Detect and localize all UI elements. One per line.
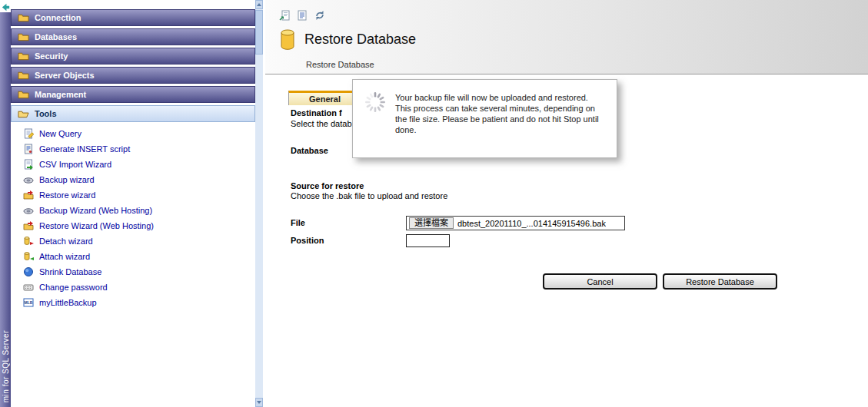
sidebar-scrollbar[interactable]	[255, 0, 263, 407]
selected-file-name: dbtest_20201110_...014145915496.bak	[457, 219, 606, 228]
position-input[interactable]	[406, 234, 450, 247]
section-label: Tools	[35, 109, 57, 118]
folder-icon	[18, 71, 29, 80]
item-label: Backup wizard	[39, 175, 95, 184]
section-label: Security	[35, 51, 68, 61]
tools-item-csv-import-wizard[interactable]: CSV Import Wizard	[11, 157, 255, 172]
scroll-up-arrow-icon[interactable]	[255, 0, 263, 9]
sidebar-section-management[interactable]: Management	[11, 86, 255, 103]
section-label: Management	[35, 90, 86, 99]
page-toolbar	[278, 9, 326, 22]
app-vertical-strip: min for SQL Server	[0, 12, 11, 407]
restore-wizard-icon	[23, 190, 34, 200]
tools-item-restore-wizard-web-hosting[interactable]: Restore Wizard (Web Hosting)	[11, 218, 255, 233]
open-folder-icon	[18, 109, 29, 118]
dialog-message: Your backup file will now be uploaded an…	[395, 92, 604, 135]
change-password-icon	[23, 282, 34, 293]
backup-wizard-icon	[23, 174, 34, 185]
loading-spinner-icon	[364, 91, 387, 114]
tools-item-change-password[interactable]: Change password	[11, 280, 255, 295]
choose-file-button[interactable]: 選擇檔案	[409, 217, 454, 229]
section-label: Server Objects	[35, 71, 95, 80]
export-page-icon[interactable]	[278, 9, 291, 22]
refresh-icon[interactable]	[314, 9, 326, 22]
item-label: myLittleBackup	[39, 298, 97, 307]
database-label: Database	[291, 146, 328, 155]
tools-item-detach-wizard[interactable]: Detach wizard	[11, 233, 255, 249]
insert-script-icon	[23, 144, 34, 154]
upload-progress-dialog: Your backup file will now be uploaded an…	[352, 79, 617, 158]
item-label: Generate INSERT script	[39, 144, 130, 154]
section-label: Databases	[35, 32, 77, 41]
scrollbar-thumb[interactable]	[255, 10, 263, 55]
position-label: Position	[291, 236, 324, 245]
cancel-button[interactable]: Cancel	[543, 273, 657, 290]
sidebar: Connection Databases Security Server Obj…	[11, 0, 255, 407]
item-label: CSV Import Wizard	[39, 160, 111, 169]
mlb-badge-text: MLB	[25, 300, 33, 305]
tools-item-attach-wizard[interactable]: Attach wizard	[11, 249, 255, 264]
tools-item-backup-wizard-web-hosting[interactable]: Backup Wizard (Web Hosting)	[11, 203, 255, 218]
restore-form: General Destination f Select the datab D…	[265, 74, 868, 407]
script-page-icon[interactable]	[296, 9, 308, 22]
new-query-icon	[23, 128, 34, 139]
destination-subtext: Select the datab	[291, 119, 352, 128]
tools-item-backup-wizard[interactable]: Backup wizard	[11, 172, 255, 187]
folder-icon	[18, 13, 29, 22]
restore-database-button[interactable]: Restore Database	[663, 273, 777, 290]
folder-icon	[18, 90, 29, 99]
item-label: New Query	[39, 129, 81, 138]
csv-import-icon	[23, 159, 34, 170]
file-upload-input[interactable]: 選擇檔案 dbtest_20201110_...014145915496.bak	[406, 216, 625, 230]
item-label: Attach wizard	[39, 252, 90, 261]
page-header: Restore Database Restore Database	[265, 0, 868, 74]
folder-icon	[18, 32, 29, 41]
shrink-database-icon	[23, 266, 34, 277]
detach-wizard-icon	[23, 236, 34, 247]
attach-wizard-icon	[23, 251, 34, 262]
destination-heading: Destination f	[291, 108, 342, 117]
sidebar-section-databases[interactable]: Databases	[11, 28, 255, 45]
tools-item-list: New Query Generate INSERT script CSV Imp…	[11, 124, 255, 310]
source-subtext: Choose the .bak file to upload and resto…	[291, 191, 447, 200]
scroll-down-arrow-icon[interactable]	[255, 398, 263, 407]
tools-item-mylittlebackup[interactable]: MLB myLittleBackup	[11, 295, 255, 310]
collapse-sidebar-arrow-icon[interactable]	[1, 2, 11, 12]
tools-item-new-query[interactable]: New Query	[11, 126, 255, 141]
sidebar-section-connection[interactable]: Connection	[11, 9, 255, 26]
item-label: Change password	[39, 283, 108, 292]
sidebar-section-server-objects[interactable]: Server Objects	[11, 67, 255, 84]
database-icon	[280, 29, 295, 50]
vertical-app-label: min for SQL Server	[2, 330, 10, 402]
page-subtitle: Restore Database	[306, 60, 374, 69]
item-label: Shrink Database	[39, 267, 101, 276]
item-label: Restore wizard	[39, 190, 95, 200]
tab-general[interactable]: General	[288, 91, 361, 105]
sidebar-section-security[interactable]: Security	[11, 48, 255, 65]
tools-item-restore-wizard[interactable]: Restore wizard	[11, 187, 255, 203]
main-panel: Restore Database Restore Database Genera…	[265, 0, 868, 407]
file-label: File	[291, 218, 305, 227]
page-title: Restore Database	[304, 31, 416, 48]
item-label: Restore Wizard (Web Hosting)	[39, 221, 154, 230]
backup-web-icon	[23, 205, 34, 216]
restore-web-icon	[23, 220, 34, 231]
sidebar-section-tools[interactable]: Tools	[11, 105, 255, 122]
tools-item-generate-insert-script[interactable]: Generate INSERT script	[11, 141, 255, 157]
mylittlebackup-icon: MLB	[23, 297, 34, 308]
tools-item-shrink-database[interactable]: Shrink Database	[11, 264, 255, 280]
folder-icon	[18, 51, 29, 61]
section-label: Connection	[35, 13, 81, 22]
source-heading: Source for restore	[291, 181, 364, 190]
item-label: Detach wizard	[39, 237, 93, 246]
item-label: Backup Wizard (Web Hosting)	[39, 206, 152, 215]
